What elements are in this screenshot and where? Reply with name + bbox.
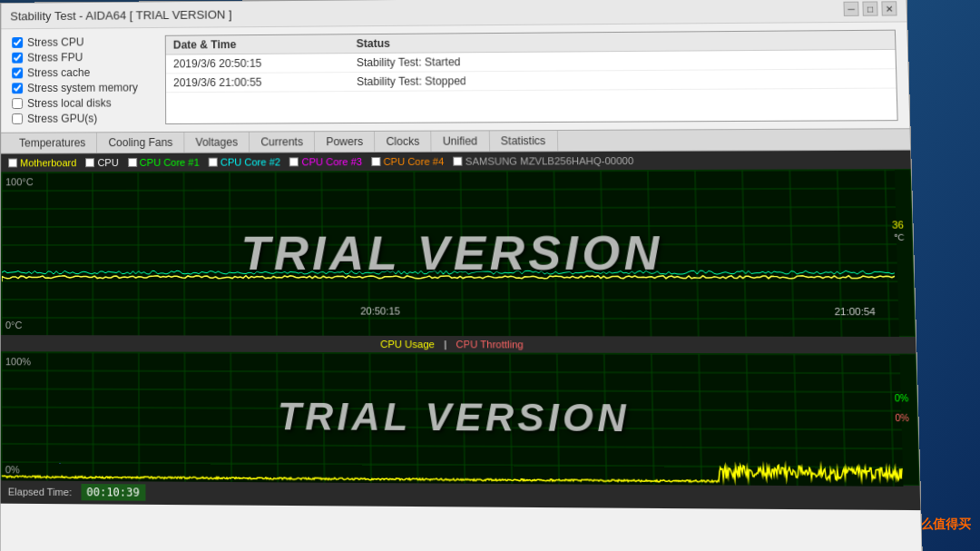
sensor-core1-label: CPU Core #1 [140,157,200,168]
tab-temperatures[interactable]: Temperatures [8,133,97,153]
log-table: Date & Time Status 2019/3/6 20:50:15 Sta… [165,30,898,124]
usage-canvas [2,352,904,487]
stress-gpu-label: Stress GPU(s) [27,112,97,124]
sensor-samsung-checkbox[interactable] [453,157,462,166]
sensor-core1-checkbox[interactable] [128,158,137,167]
stress-memory-item: Stress system memory [12,82,138,95]
temp-x-right: 21:00:54 [834,306,876,317]
sensor-cpu-core2: CPU Core #2 [209,156,280,167]
tab-currents[interactable]: Currents [250,132,315,152]
stress-fpu-item: Stress FPU [12,51,138,64]
tab-clocks[interactable]: Clocks [375,132,432,152]
col-status: Status [357,34,887,50]
temp-chart-wrapper: TRIAL VERSION 100°C 0°C 20:50:15 21:00:5… [1,169,916,337]
temp-canvas [2,170,899,338]
log-row-1-time: 2019/3/6 20:50:15 [173,56,357,70]
usage-right-val2: 0% [895,413,909,423]
main-window: Stability Test - AIDA64 [ TRIAL VERSION … [0,0,923,551]
cpu-usage-legend: CPU Usage [380,339,435,349]
tab-unified[interactable]: Unified [431,131,489,151]
tab-statistics[interactable]: Statistics [489,131,557,151]
usage-y-bottom: 0% [5,464,20,475]
temp-y-bottom: 0°C [5,320,23,330]
usage-chart: TRIAL VERSION 100% 0% 0% 0% [1,351,920,486]
stress-fpu-label: Stress FPU [27,51,83,64]
temp-value: 36 [892,220,904,231]
stress-cpu-item: Stress CPU [12,35,138,49]
sensor-core3-checkbox[interactable] [289,157,299,166]
stress-options: Stress CPU Stress FPU Stress cache Stres… [12,35,138,125]
col-datetime: Date & Time [173,37,357,51]
stress-cache-label: Stress cache [27,66,90,79]
temp-chart: TRIAL VERSION 100°C 0°C 20:50:15 21:00:5… [1,169,916,337]
temp-right-values: 36 ℃ [892,220,905,243]
log-row-1-status: Stability Test: Started [357,53,888,69]
sensor-cpu-core1: CPU Core #1 [128,157,200,168]
maximize-button[interactable]: □ [862,1,877,15]
window-controls: ─ □ ✕ [843,1,897,16]
stress-cache-item: Stress cache [12,66,138,80]
log-row-2-time: 2019/3/6 21:00:55 [173,75,357,89]
tab-voltages[interactable]: Voltages [184,133,250,153]
separator: | [444,339,446,349]
stress-disks-item: Stress local disks [12,96,138,110]
temp-y-top: 100°C [5,176,34,187]
log-row-2: 2019/3/6 21:00:55 Stability Test: Stoppe… [166,69,897,93]
sensor-motherboard-label: Motherboard [20,157,76,168]
sensor-core4-label: CPU Core #4 [383,156,444,167]
cpu-throttling-legend: CPU Throttling [456,339,524,349]
stress-cpu-checkbox[interactable] [12,37,23,48]
stress-panel: Stress CPU Stress FPU Stress cache Stres… [1,22,909,132]
sensor-cpu: CPU [85,157,118,168]
sensor-cpu-label: CPU [97,157,118,168]
elapsed-label: Elapsed Time: [8,486,72,497]
sensor-core3-label: CPU Core #3 [301,156,362,167]
sensor-motherboard: Motherboard [8,157,76,168]
temp-x-left: 20:50:15 [360,305,400,316]
stress-disks-checkbox[interactable] [12,98,23,109]
usage-y-top: 100% [5,356,31,367]
usage-right-val1: 0% [895,393,909,403]
elapsed-value: 00:10:39 [81,484,145,501]
stress-fpu-checkbox[interactable] [12,53,23,64]
tab-cooling-fans[interactable]: Cooling Fans [97,133,184,153]
sensor-cpu-core4: CPU Core #4 [371,156,444,167]
stress-gpu-item: Stress GPU(s) [12,112,138,125]
stress-cache-checkbox[interactable] [12,68,23,79]
sensor-core4-checkbox[interactable] [371,157,380,166]
stress-disks-label: Stress local disks [27,97,112,110]
log-row-2-status: Stability Test: Stopped [357,72,888,88]
usage-chart-wrapper: CPU Usage | CPU Throttling TRIAL VERSION… [1,335,920,486]
sensor-samsung: SAMSUNG MZVLB256HAHQ-00000 [453,155,633,167]
sensor-cpu-core3: CPU Core #3 [289,156,362,167]
sensor-core2-label: CPU Core #2 [220,156,280,167]
sensor-core2-checkbox[interactable] [209,158,218,167]
temp-unit: ℃ [894,232,905,242]
close-button[interactable]: ✕ [881,1,897,15]
sensor-motherboard-checkbox[interactable] [8,158,17,167]
stress-gpu-checkbox[interactable] [12,113,23,124]
stress-memory-label: Stress system memory [27,82,138,95]
stress-cpu-label: Stress CPU [27,35,83,48]
sensor-samsung-label: SAMSUNG MZVLB256HAHQ-00000 [466,155,634,167]
sensor-cpu-checkbox[interactable] [85,158,94,167]
tab-powers[interactable]: Powers [315,132,375,152]
stress-memory-checkbox[interactable] [12,83,23,93]
window-title: Stability Test - AIDA64 [ TRIAL VERSION … [10,7,231,23]
minimize-button[interactable]: ─ [843,2,858,16]
